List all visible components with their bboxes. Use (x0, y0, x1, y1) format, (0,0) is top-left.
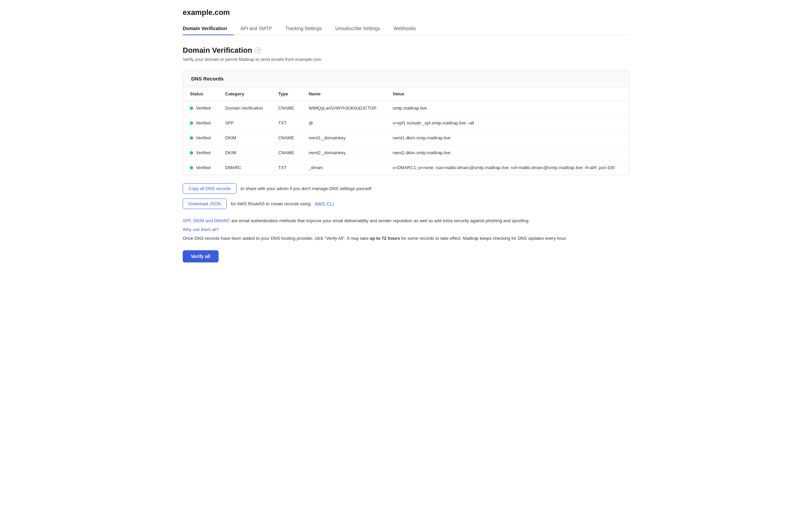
status-text: Verified (196, 150, 210, 155)
download-action-line: Download JSON for AWS Route53 to create … (183, 199, 629, 209)
cell-type: CNAME (271, 101, 302, 116)
copy-dns-button[interactable]: Copy all DNS records (183, 183, 236, 194)
status-text: Verified (196, 120, 210, 125)
cell-type: CNAME (271, 131, 302, 145)
info-section: SPF, DKIM and DMARC are email authentica… (183, 217, 629, 242)
status-text: Verified (196, 165, 210, 170)
aws-cli-link[interactable]: AWS CLI (315, 201, 334, 207)
cell-category: DMARC (219, 160, 272, 175)
cell-name: rwmt1._domainkey (302, 131, 386, 145)
tab-unsubscribe-settings[interactable]: Unsubscribe Settings (329, 22, 387, 35)
cell-type: TXT (271, 160, 302, 175)
cell-type: TXT (271, 116, 302, 131)
status-dot (190, 151, 193, 155)
why-use-them-link[interactable]: Why use them all? (183, 227, 219, 232)
cell-type: CNAME (271, 145, 302, 160)
cell-category: SPF (219, 116, 272, 131)
tab-domain-verification[interactable]: Domain Verification (183, 22, 234, 35)
actions-section: Copy all DNS records to share with your … (183, 183, 629, 209)
status-dot (190, 121, 193, 125)
status-dot (190, 136, 193, 140)
cell-status: Verified (183, 101, 219, 116)
cell-name: WtMQyLarGVWYh3UK0uDJCTOP (302, 101, 386, 116)
status-dot (190, 107, 193, 110)
table-row: VerifiedDomain VerificationCNAMEWtMQyLar… (183, 101, 629, 116)
cell-category: DKIM (219, 145, 272, 160)
cell-name: @ (302, 116, 386, 131)
table-row: VerifiedDKIMCNAMErwmt2._domainkeyrwmt2.d… (183, 145, 629, 160)
cell-status: Verified (183, 116, 219, 131)
domain-title: example.com (183, 8, 629, 17)
status-dot (190, 166, 193, 169)
tabs-nav: Domain Verification API and SMTP Trackin… (183, 22, 629, 35)
dns-card-header: DNS Records (183, 70, 629, 87)
table-row: VerifiedSPFTXT@v=spf1 include:_spf.smtp.… (183, 116, 629, 131)
status-text: Verified (196, 106, 210, 111)
cell-category: DKIM (219, 131, 272, 145)
verify-text-after: for some records to take effect. Mailtra… (400, 236, 567, 241)
cell-value: smtp.mailtrap.live (386, 101, 629, 116)
copy-action-text: to share with your admin if you don't ma… (241, 186, 371, 191)
page-title: Domain Verification ? (183, 46, 629, 55)
cell-value: v=DMARC1; p=none; rua=mailto:dmarc@smtp.… (386, 160, 629, 175)
col-type: Type (271, 87, 302, 101)
table-row: VerifiedDMARCTXT_dmarcv=DMARC1; p=none; … (183, 160, 629, 175)
col-value: Value (386, 87, 629, 101)
cell-status: Verified (183, 145, 219, 160)
cell-value: rwmt2.dkim.smtp.mailtrap.live (386, 145, 629, 160)
dns-table: Status Category Type Name Value Verified… (183, 87, 629, 175)
spf-info-text: are email authentication methods that im… (230, 218, 529, 223)
cell-value: v=spf1 include:_spf.smtp.mailtrap.live ~… (386, 116, 629, 131)
verify-text-before: Once DNS records have been added to your… (183, 236, 370, 241)
tab-tracking-settings[interactable]: Tracking Settings (278, 22, 329, 35)
verify-text-bold: up to 72 hours (370, 236, 400, 241)
help-icon[interactable]: ? (255, 47, 261, 53)
spf-dkim-dmarc-link[interactable]: SPF, DKIM and DMARC (183, 218, 230, 223)
cell-status: Verified (183, 160, 219, 175)
spf-info-line: SPF, DKIM and DMARC are email authentica… (183, 217, 629, 225)
status-text: Verified (196, 135, 210, 140)
verify-all-button[interactable]: Verify all (183, 250, 219, 262)
verify-info-line: Once DNS records have been added to your… (183, 235, 629, 242)
col-name: Name (302, 87, 386, 101)
dns-records-card: DNS Records Status Category Type Name Va… (183, 70, 629, 175)
page-subtitle: Verify your domain to permit Mailtrap to… (183, 57, 629, 62)
cell-name: rwmt2._domainkey (302, 145, 386, 160)
download-json-button[interactable]: Download JSON (183, 199, 227, 209)
download-action-text: for AWS Route53 to create records using (231, 201, 311, 206)
tab-webhooks[interactable]: Webhooks (387, 22, 423, 35)
col-status: Status (183, 87, 219, 101)
cell-category: Domain Verification (219, 101, 272, 116)
why-link-line: Why use them all? (183, 226, 629, 233)
cell-name: _dmarc (302, 160, 386, 175)
table-row: VerifiedDKIMCNAMErwmt1._domainkeyrwmt1.d… (183, 131, 629, 145)
col-category: Category (219, 87, 272, 101)
cell-status: Verified (183, 131, 219, 145)
tab-api-smtp[interactable]: API and SMTP (234, 22, 279, 35)
copy-action-line: Copy all DNS records to share with your … (183, 183, 629, 194)
cell-value: rwmt1.dkim.smtp.mailtrap.live (386, 131, 629, 145)
